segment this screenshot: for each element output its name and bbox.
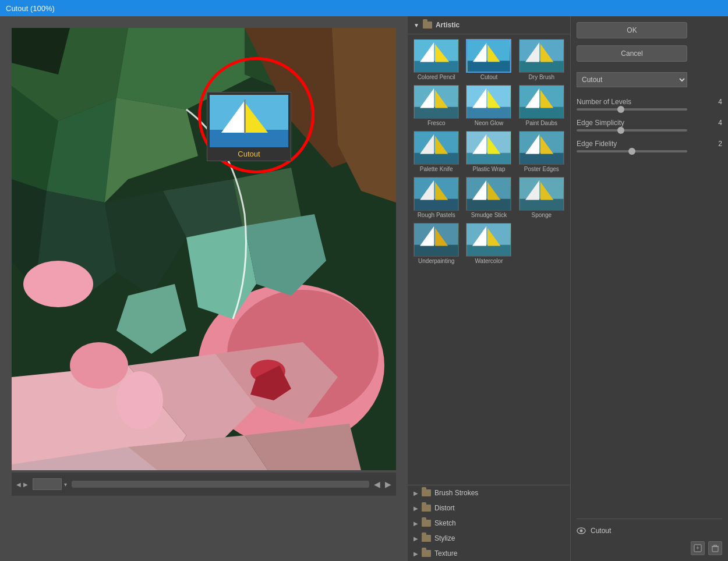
setting-edge-simplicity: Edge Simplicity 4 (577, 119, 722, 132)
layer-delete-button[interactable] (708, 541, 722, 555)
filter-label-plastic-wrap: Plastic Wrap (473, 166, 506, 172)
layer-add-button[interactable]: + (691, 541, 705, 555)
slider-track-number-of-levels[interactable] (577, 108, 687, 111)
category-stylize[interactable]: ▶ Stylize (408, 531, 570, 546)
cat-label-stylize: Stylize (434, 534, 455, 542)
popup-label: Cutout (210, 150, 288, 158)
svg-rect-41 (468, 61, 510, 72)
svg-rect-53 (467, 107, 511, 118)
filter-select[interactable]: Cutout Colored Pencil Dry Brush Fresco N… (577, 72, 687, 87)
filter-label-paint-daubs: Paint Daubs (526, 120, 557, 126)
filter-label-smudge-stick: Smudge Stick (471, 212, 507, 218)
artistic-folder-icon (423, 22, 432, 29)
canvas-nav-left: ◀ ▶ (16, 481, 28, 488)
filter-item-rough-pastels[interactable]: Rough Pastels (411, 176, 461, 219)
filter-preview-popup: Cutout (207, 92, 291, 161)
svg-rect-45 (520, 61, 563, 72)
layer-label: Cutout (591, 527, 611, 535)
cat-folder-brush-strokes (422, 489, 431, 496)
filter-thumb-poster-edges (519, 131, 564, 165)
setting-number-of-levels: Number of Levels 4 (577, 98, 722, 111)
filter-item-neon-glow[interactable]: Neon Glow (464, 84, 514, 127)
svg-rect-35 (244, 100, 246, 133)
cat-triangle-distort: ▶ (414, 505, 418, 512)
slider-thumb-number-of-levels[interactable] (617, 106, 624, 113)
scroll-left-arrow[interactable]: ◀ (374, 480, 380, 489)
slider-thumb-edge-simplicity[interactable] (617, 127, 624, 134)
cat-triangle-brush-strokes: ▶ (414, 490, 418, 496)
cat-folder-texture (422, 550, 431, 557)
cancel-button[interactable]: Cancel (577, 45, 687, 62)
zoom-dropdown-arrow[interactable]: ▾ (64, 481, 67, 488)
svg-rect-77 (467, 199, 511, 210)
category-sketch[interactable]: ▶ Sketch (408, 516, 570, 531)
svg-rect-81 (520, 199, 563, 210)
filter-thumb-sponge (519, 177, 564, 211)
filter-label-fresco: Fresco (427, 120, 446, 126)
filter-item-plastic-wrap[interactable]: Plastic Wrap (464, 130, 514, 173)
settings-group: Number of Levels 4 Edge Simplicity 4 (577, 98, 722, 161)
filter-item-underpainting[interactable]: Underpainting (411, 222, 461, 265)
category-brush-strokes[interactable]: ▶ Brush Strokes (408, 485, 570, 500)
title-bar: Cutout (100%) (0, 0, 728, 16)
main-container: Cutout ◀ ▶ 100% ▾ ◀ ▶ ▼ A (0, 16, 728, 561)
svg-rect-61 (415, 153, 458, 164)
filter-item-paint-daubs[interactable]: Paint Daubs (517, 84, 567, 127)
cat-triangle-stylize: ▶ (414, 535, 418, 542)
slider-track-edge-fidelity[interactable] (577, 150, 687, 152)
canvas-svg (12, 28, 396, 470)
filter-label-colored-pencil: Colored Pencil (418, 74, 455, 80)
zoom-control[interactable]: 100% ▾ (33, 478, 67, 490)
filter-thumbnails[interactable]: Colored Pencil Cutout Dry (408, 34, 570, 485)
filter-grid: Colored Pencil Cutout Dry (411, 38, 567, 265)
right-panel: ▼ Artistic Colored Pencil (408, 16, 728, 561)
popup-thumbnail (210, 95, 288, 147)
filter-item-sponge[interactable]: Sponge (517, 176, 567, 219)
filter-thumb-fresco (414, 85, 459, 119)
filter-label-sponge: Sponge (532, 212, 552, 218)
cat-folder-distort (422, 505, 431, 512)
layer-panel: Cutout + (577, 519, 722, 555)
setting-text-edge-simplicity: Edge Simplicity (577, 119, 624, 127)
ok-button[interactable]: OK (577, 22, 687, 38)
slider-thumb-edge-fidelity[interactable] (628, 148, 635, 155)
filter-label-dry-brush: Dry Brush (529, 74, 554, 80)
filter-item-palette-knife[interactable]: Palette Knife (411, 130, 461, 173)
layer-eye-icon[interactable] (577, 526, 586, 535)
filter-label-cutout: Cutout (480, 74, 497, 80)
svg-rect-69 (520, 153, 563, 164)
cat-triangle-sketch: ▶ (414, 520, 418, 527)
filter-thumb-palette-knife (414, 131, 459, 165)
cat-label-sketch: Sketch (434, 519, 456, 527)
filter-item-poster-edges[interactable]: Poster Edges (517, 130, 567, 173)
filter-thumb-colored-pencil (414, 39, 459, 73)
canvas-area: Cutout ◀ ▶ 100% ▾ ◀ ▶ (0, 16, 408, 561)
slider-track-edge-simplicity[interactable] (577, 129, 687, 132)
category-texture[interactable]: ▶ Texture (408, 546, 570, 561)
svg-text:+: + (696, 545, 699, 551)
cat-triangle-texture: ▶ (414, 551, 418, 557)
artistic-section-header[interactable]: ▼ Artistic (408, 16, 570, 34)
cat-label-distort: Distort (434, 504, 455, 512)
filter-item-fresco[interactable]: Fresco (411, 84, 461, 127)
svg-point-21 (116, 371, 163, 429)
filter-gallery: ▼ Artistic Colored Pencil (408, 16, 571, 561)
zoom-input[interactable]: 100% (33, 478, 62, 490)
artistic-collapse-arrow[interactable]: ▼ (414, 22, 419, 29)
filter-item-dry-brush[interactable]: Dry Brush (517, 38, 567, 81)
filter-label-palette-knife: Palette Knife (420, 166, 453, 172)
setting-text-edge-fidelity: Edge Fidelity (577, 140, 617, 148)
category-distort[interactable]: ▶ Distort (408, 500, 570, 516)
filter-item-cutout[interactable]: Cutout (464, 38, 514, 81)
filter-thumb-rough-pastels (414, 177, 459, 211)
filter-thumb-plastic-wrap (466, 131, 511, 165)
filter-item-colored-pencil[interactable]: Colored Pencil (411, 38, 461, 81)
canvas-scrollbar[interactable] (72, 481, 369, 488)
artistic-label: Artistic (436, 21, 460, 29)
filter-label-underpainting: Underpainting (418, 258, 454, 264)
filter-item-smudge-stick[interactable]: Smudge Stick (464, 176, 514, 219)
scroll-right-arrow[interactable]: ▶ (385, 480, 391, 489)
svg-rect-85 (415, 245, 458, 256)
filter-label-watercolor: Watercolor (475, 258, 503, 264)
filter-item-watercolor[interactable]: Watercolor (464, 222, 514, 265)
